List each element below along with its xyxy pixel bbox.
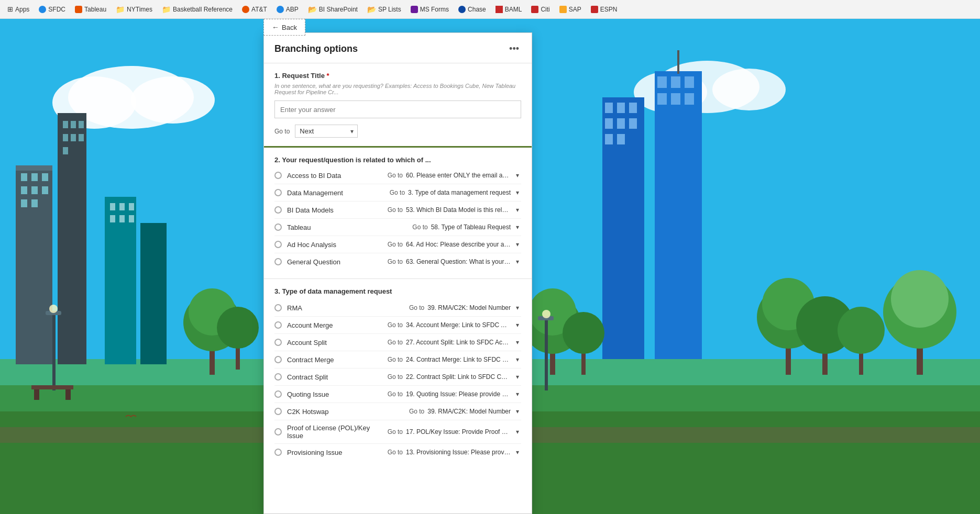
section-1-title: 1. Request Title *: [274, 72, 521, 80]
abp-label: ABP: [286, 6, 299, 13]
radio-contract-merge[interactable]: [274, 356, 282, 363]
option-row-account-merge: Account Merge Go to 34. Account Merge: L…: [274, 317, 521, 334]
toolbar-item-chase[interactable]: Chase: [455, 4, 489, 15]
radio-proof-of-license[interactable]: [274, 428, 282, 435]
goto-text-0: Go to: [388, 172, 403, 179]
svg-rect-12: [31, 173, 38, 181]
option-label-data-management: Data Management: [287, 189, 390, 197]
toolbar-item-baml[interactable]: BAML: [492, 4, 525, 15]
goto-select-wrapper-1: Next: [295, 125, 358, 138]
basketball-icon: 📁: [162, 5, 171, 14]
svg-point-77: [542, 310, 550, 318]
chevron-icon-s3-3[interactable]: ▾: [514, 355, 521, 364]
chevron-icon-1[interactable]: ▾: [514, 188, 521, 197]
option-label-ad-hoc: Ad Hoc Analysis: [287, 241, 388, 249]
svg-point-3: [131, 76, 215, 124]
toolbar-item-abp[interactable]: ABP: [273, 4, 302, 15]
svg-rect-43: [677, 50, 679, 74]
basketball-label: Basketball Reference: [173, 6, 233, 13]
goto-text-5: Go to: [388, 258, 403, 265]
option-row-rma: RMA Go to 39. RMA/C2K: Model Number ▾: [274, 299, 521, 317]
svg-rect-45: [110, 203, 115, 210]
radio-quoting-issue[interactable]: [274, 390, 282, 398]
radio-bi-data-models[interactable]: [274, 206, 282, 214]
toolbar-item-bisharepont[interactable]: 📂 BI SharePoint: [305, 4, 361, 15]
chevron-icon-s3-2[interactable]: ▾: [514, 338, 521, 347]
chevron-icon-5[interactable]: ▾: [514, 257, 521, 266]
chevron-icon-s3-1[interactable]: ▾: [514, 320, 521, 330]
svg-rect-39: [685, 76, 694, 88]
modal-menu-icon[interactable]: •••: [507, 41, 521, 57]
toolbar-item-citi[interactable]: Citi: [528, 4, 553, 15]
toolbar-item-basketball[interactable]: 📁 Basketball Reference: [159, 4, 236, 15]
radio-access-bi-data[interactable]: [274, 172, 282, 179]
radio-tableau[interactable]: [274, 224, 282, 231]
option-label-quoting-issue: Quoting Issue: [287, 390, 388, 398]
radio-ad-hoc[interactable]: [274, 241, 282, 248]
toolbar-item-splists[interactable]: 📂 SP Lists: [364, 4, 404, 15]
radio-c2k-hotswap[interactable]: [274, 408, 282, 415]
option-goto-account-merge: Go to 34. Account Merge: Link to SFDC Ac…: [388, 320, 521, 330]
radio-account-split[interactable]: [274, 339, 282, 346]
option-label-proof-of-license: Proof of License (POL)/Key Issue: [287, 424, 388, 440]
bisharepont-label: BI SharePoint: [319, 6, 358, 13]
toolbar-item-espn[interactable]: ESPN: [588, 4, 621, 15]
svg-rect-51: [140, 223, 167, 364]
chevron-icon-s3-4[interactable]: ▾: [514, 372, 521, 382]
baml-icon: [495, 6, 503, 13]
goto-label-1: Go to: [274, 128, 290, 135]
chevron-icon-s3-7[interactable]: ▾: [514, 427, 521, 437]
bisharepont-icon: 📂: [308, 5, 317, 14]
radio-contract-split[interactable]: [274, 373, 282, 381]
toolbar-item-msforms[interactable]: MS Forms: [408, 4, 452, 15]
espn-icon: [591, 6, 598, 13]
toolbar-apps[interactable]: ⊞ Apps: [4, 4, 32, 15]
svg-point-61: [563, 312, 604, 354]
radio-rma[interactable]: [274, 304, 282, 311]
request-title-input[interactable]: [274, 100, 521, 118]
chevron-icon-2[interactable]: ▾: [514, 205, 521, 215]
chevron-icon-s3-6[interactable]: ▾: [514, 407, 521, 416]
chevron-icon-0[interactable]: ▾: [514, 171, 521, 180]
toolbar-item-sfdc[interactable]: SFDC: [36, 4, 69, 15]
option-row-tableau: Tableau Go to 58. Type of Tableau Reques…: [274, 219, 521, 236]
chevron-icon-4[interactable]: ▾: [514, 240, 521, 249]
goto-select-1[interactable]: Next: [295, 125, 358, 138]
svg-rect-75: [545, 317, 548, 390]
svg-rect-13: [42, 173, 48, 181]
chevron-icon-s3-8[interactable]: ▾: [514, 448, 521, 457]
toolbar-item-sap[interactable]: SAP: [556, 4, 585, 15]
back-button[interactable]: ← Back: [263, 19, 305, 36]
svg-rect-36: [655, 71, 702, 359]
chase-icon: [458, 6, 466, 13]
option-label-contract-split: Contract Split: [287, 373, 388, 381]
goto-dest-1: 3. Type of data management request: [408, 189, 511, 196]
section-3-number: 3.: [274, 287, 280, 295]
att-label: AT&T: [251, 6, 267, 13]
option-row-contract-split: Contract Split Go to 22. Contract Split:…: [274, 368, 521, 386]
chevron-icon-3[interactable]: ▾: [514, 222, 521, 232]
radio-account-merge[interactable]: [274, 321, 282, 329]
svg-rect-47: [129, 203, 134, 210]
option-label-general-question: General Question: [287, 258, 388, 266]
toolbar-item-att[interactable]: AT&T: [239, 4, 270, 15]
svg-rect-78: [31, 385, 73, 389]
option-label-rma: RMA: [287, 304, 409, 312]
svg-rect-35: [617, 134, 625, 144]
section-1-subtitle: In one sentence, what are you requesting…: [274, 83, 521, 95]
svg-rect-9: [16, 165, 52, 364]
section-2-title-text: Your request/question is related to whic…: [282, 156, 431, 164]
goto-dest-s3-3: 24. Contract Merge: Link to SFDC Contrac…: [406, 356, 511, 363]
radio-provisioning-issue[interactable]: [274, 449, 282, 456]
option-row-proof-of-license: Proof of License (POL)/Key Issue Go to 1…: [274, 420, 521, 444]
option-row-ad-hoc: Ad Hoc Analysis Go to 64. Ad Hoc: Please…: [274, 236, 521, 253]
chevron-icon-s3-0[interactable]: ▾: [514, 303, 521, 312]
toolbar-item-nytimes[interactable]: 📁 NYTimes: [113, 4, 156, 15]
toolbar-item-tableau[interactable]: Tableau: [72, 4, 109, 15]
option-goto-bi-data-models: Go to 53. Which BI Data Model is this re…: [388, 205, 521, 215]
radio-general-question[interactable]: [274, 258, 282, 265]
baml-label: BAML: [505, 6, 522, 13]
radio-data-management[interactable]: [274, 189, 282, 196]
svg-rect-21: [71, 121, 76, 128]
chevron-icon-s3-5[interactable]: ▾: [514, 389, 521, 399]
